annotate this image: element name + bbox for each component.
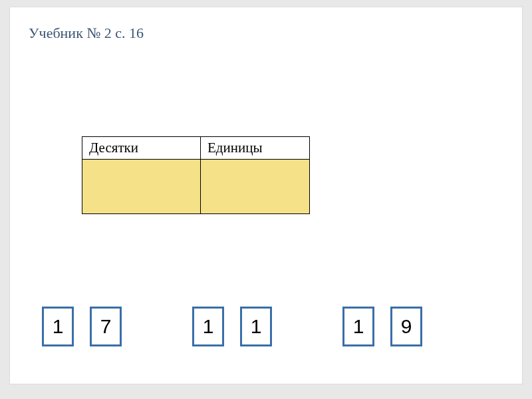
card-pair-1: 1 7 [42, 307, 122, 346]
table-row [82, 160, 310, 214]
card-pair-3: 1 9 [342, 307, 422, 346]
cell-tens[interactable] [82, 160, 201, 214]
number-card[interactable]: 1 [342, 307, 374, 346]
number-card[interactable]: 1 [42, 307, 74, 346]
number-card[interactable]: 9 [390, 307, 422, 346]
number-card[interactable]: 7 [90, 307, 122, 346]
header-units: Единицы [201, 137, 310, 160]
number-cards-row: 1 7 1 1 1 9 [42, 307, 422, 346]
number-card[interactable]: 1 [192, 307, 224, 346]
textbook-reference: Учебник № 2 с. 16 [29, 25, 144, 42]
cell-units[interactable] [201, 160, 310, 214]
card-pair-2: 1 1 [192, 307, 272, 346]
header-tens: Десятки [82, 137, 201, 160]
number-card[interactable]: 1 [240, 307, 272, 346]
slide-container: Учебник № 2 с. 16 Десятки Единицы 1 7 1 … [9, 7, 523, 384]
table-header-row: Десятки Единицы [82, 137, 310, 160]
place-value-table: Десятки Единицы [82, 136, 310, 214]
